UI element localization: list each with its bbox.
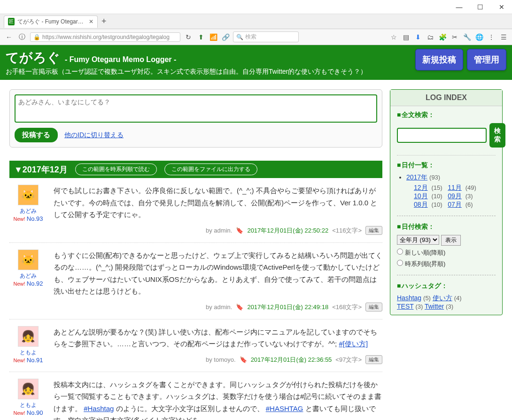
chrono-button[interactable]: この範囲を時系列順で読む	[75, 163, 157, 175]
hashtag-link[interactable]: #Hashtag	[84, 404, 114, 412]
avatar: 🐱	[18, 185, 39, 205]
download-arrow-icon[interactable]: ⬆	[196, 32, 206, 42]
range-title: ▼2017年12月	[14, 164, 68, 175]
post-text: 何でも試しにお書き下さい。公序良俗に反しない範囲で。(^_^;) 不具合やらご要…	[54, 185, 382, 221]
new-tab-button[interactable]: +	[101, 16, 107, 26]
close-window-button[interactable]: ✕	[491, 0, 512, 14]
browser-tab[interactable]: 匠 てがろぐ - Fumy Otegaru Mem ✕	[4, 16, 98, 28]
folder-icon[interactable]: 🗂	[426, 32, 435, 42]
tag-link[interactable]: Twitter	[425, 303, 444, 310]
post-date[interactable]: 2017年12月01日(金) 22:36:55	[251, 355, 332, 365]
download-icon[interactable]: ⬇	[413, 32, 423, 42]
minimize-button[interactable]: —	[449, 0, 470, 14]
permalink-icon[interactable]: 🔖	[236, 302, 243, 312]
export-button[interactable]: この範囲をファイルに出力する	[164, 163, 257, 175]
permalink-icon[interactable]: 🔖	[240, 355, 247, 365]
new-badge: New!	[13, 281, 25, 287]
post-author: by tomoyo.	[206, 355, 236, 365]
month-link[interactable]: 09月	[448, 192, 462, 200]
tab-bar: 匠 てがろぐ - Fumy Otegaru Mem ✕ +	[0, 14, 512, 29]
post-button[interactable]: 投稿する	[15, 128, 58, 142]
post-date[interactable]: 2017年12月01日(金) 22:50:22	[247, 226, 328, 236]
date-select[interactable]: 全年月 (93)	[397, 235, 439, 245]
username[interactable]: ともよ	[9, 401, 47, 409]
url-field[interactable]: 🔒 https://www.nishishi.org/testground/te…	[30, 32, 180, 42]
edit-button[interactable]: 編集	[365, 303, 382, 311]
globe-icon[interactable]: 🌐	[474, 32, 484, 42]
tab-close-icon[interactable]: ✕	[89, 18, 93, 25]
username[interactable]: ともよ	[9, 349, 47, 357]
new-badge: New!	[13, 358, 25, 363]
month-link[interactable]: 11月	[448, 184, 462, 191]
address-bar: ← ⓘ 🔒 https://www.nishishi.org/testgroun…	[0, 29, 512, 45]
order-asc-radio[interactable]: 時系列順(昇順)	[397, 260, 445, 267]
reload-button[interactable]: ↻	[183, 32, 194, 42]
tools-icon[interactable]: 🔧	[462, 32, 472, 42]
menu-icon[interactable]: ☰	[499, 32, 508, 42]
year-link[interactable]: 2017年	[406, 173, 427, 181]
search-icon: 🔍	[236, 34, 243, 40]
fulltext-search-input[interactable]	[397, 128, 487, 143]
edit-button[interactable]: 編集	[365, 355, 382, 364]
search-button[interactable]: 検索	[489, 123, 505, 148]
post-text: あとどんな説明が要るかな？(笑) 詳しい使い方は、配布ページ内にマニュアルを記し…	[54, 326, 382, 350]
admin-button[interactable]: 管理用	[467, 49, 506, 70]
link-icon[interactable]: 🔗	[221, 32, 230, 42]
permalink-icon[interactable]: 🔖	[236, 226, 243, 236]
extension-icon-2[interactable]: ✂	[450, 32, 459, 42]
post-item: 👧 ともよ New! No.91 あとどんな説明が要るかな？(笑) 詳しい使い方…	[9, 319, 382, 372]
month-link[interactable]: 10月	[414, 192, 428, 200]
post-item: 👧 ともよ New! No.90 投稿本文内には、ハッシュタグを書くことができま…	[9, 372, 382, 420]
info-icon[interactable]: ⓘ	[17, 32, 27, 42]
window-chrome: — ☐ ✕	[0, 0, 512, 14]
month-link[interactable]: 08月	[414, 201, 428, 208]
back-button[interactable]: ←	[4, 32, 14, 42]
datesearch-label: 日付検索：	[397, 223, 496, 231]
post-date[interactable]: 2017年12月01日(金) 22:49:18	[247, 302, 328, 312]
hashtag-link[interactable]: #[使い方]	[339, 340, 368, 348]
more-icon[interactable]: ⋮	[487, 32, 496, 42]
post-number[interactable]: No.93	[27, 215, 43, 222]
post-list: 🐱 あどみ New! No.93 何でも試しにお書き下さい。公序良俗に反しない範…	[9, 178, 382, 420]
month-link[interactable]: 12月	[414, 184, 428, 191]
site-header: てがろぐ - Fumy Otegaru Memo Logger - お手軽一言掲…	[0, 45, 512, 80]
display-button[interactable]: 表示	[441, 235, 461, 246]
maximize-button[interactable]: ☐	[470, 0, 491, 14]
lock-icon: 🔒	[33, 34, 40, 40]
tag-link[interactable]: 使い方	[433, 294, 452, 302]
new-post-button[interactable]: 新規投稿	[415, 49, 463, 70]
favicon-icon: 匠	[8, 18, 15, 25]
new-badge: New!	[13, 216, 25, 222]
edit-button[interactable]: 編集	[365, 226, 382, 235]
sidebar: LOG INDEX 全文検索： 検索 日付一覧： 2017年 (93) 12月 …	[390, 89, 503, 420]
order-desc-radio[interactable]: 新しい順(降順)	[397, 249, 445, 256]
avatar: 🐱	[18, 249, 39, 270]
month-link[interactable]: 07月	[448, 201, 462, 208]
username[interactable]: あどみ	[9, 207, 47, 215]
char-count: <168文字>	[332, 302, 362, 312]
rss-icon[interactable]: 📶	[209, 32, 218, 42]
tag-link[interactable]: Hashtag	[397, 294, 421, 302]
compose-textarea[interactable]	[15, 94, 377, 123]
url-text: https://www.nishishi.org/testground/tega…	[42, 34, 170, 40]
reader-icon[interactable]: ▤	[401, 32, 411, 42]
tab-title: てがろぐ - Fumy Otegaru Mem	[17, 18, 86, 26]
post-number[interactable]: No.92	[27, 280, 43, 287]
post-author: by admin.	[206, 226, 232, 236]
post-text: もうすぐに公開(配布)できるかなーと思ったけど、ウェブ上で実行してみると結構いろ…	[54, 249, 382, 297]
extension-icon-1[interactable]: 🧩	[438, 32, 447, 42]
post-author: by admin.	[206, 302, 232, 312]
browser-search-field[interactable]: 🔍 検索	[233, 31, 299, 42]
post-item: 🐱 あどみ New! No.92 もうすぐに公開(配布)できるかなーと思ったけど…	[9, 243, 382, 319]
log-index-title: LOG INDEX	[390, 90, 502, 106]
hashtag-link[interactable]: #HASHTAG	[266, 404, 303, 412]
switch-id-link[interactable]: 他のIDに切り替える	[64, 131, 124, 140]
bookmark-icon[interactable]: ☆	[389, 32, 398, 42]
tag-link[interactable]: TEST	[397, 303, 414, 310]
username[interactable]: あどみ	[9, 272, 47, 280]
post-number[interactable]: No.90	[27, 409, 43, 416]
fulltext-search-label: 全文検索：	[397, 111, 496, 119]
year-count: (93)	[429, 174, 440, 181]
post-number[interactable]: No.91	[27, 357, 43, 364]
site-subtitle: - Fumy Otegaru Memo Logger -	[65, 55, 176, 64]
